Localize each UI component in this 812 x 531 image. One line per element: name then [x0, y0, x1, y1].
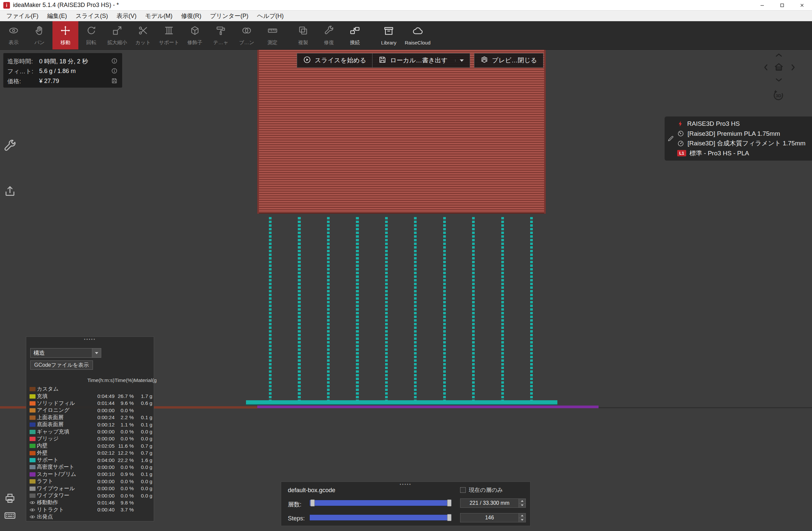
current-layer-only-checkbox[interactable] [460, 487, 466, 493]
stat-label: フィ…ト: [7, 68, 39, 75]
edit-pencil-icon[interactable] [667, 135, 674, 143]
printer-row[interactable]: RAISE3D Pro3 HS [677, 119, 809, 128]
legend-material: 0.1 g [134, 471, 153, 477]
steps-slider-handle[interactable] [447, 514, 451, 521]
legend-material: 1.7 g [134, 393, 153, 399]
steps-slider[interactable] [309, 514, 452, 521]
tool-view[interactable]: 表示 [1, 21, 27, 49]
tool-rotate[interactable]: 回転 [78, 21, 104, 49]
menu-view[interactable]: 表示(V) [112, 11, 141, 21]
layers-spinner[interactable] [519, 499, 525, 507]
template-row[interactable]: L1 標準 - Pro3 HS - PLA [677, 149, 809, 158]
tool-library[interactable]: Library [376, 21, 402, 49]
legend-row: ワイプウォール 0:00:00 0.0 % 0.0 g [26, 485, 154, 492]
spinner-up-icon[interactable] [519, 499, 525, 503]
legend-row: サポート 0:04:00 22.2 % 1.6 g [26, 457, 154, 463]
tool-move[interactable]: 移動 [53, 21, 78, 49]
rotate-3d-icon[interactable]: 3D [772, 89, 785, 104]
legend-color-swatch [30, 458, 35, 462]
export-model-icon[interactable] [4, 185, 16, 199]
layers-slider-handle-max[interactable] [447, 500, 451, 506]
chevron-down-icon[interactable] [774, 76, 783, 86]
tool-boolean[interactable]: ブ…ン [234, 21, 260, 49]
printer-settings-panel[interactable]: RAISE3D Pro3 HS [Raise3D] Premium PLA 1.… [665, 117, 812, 161]
chevron-right-icon[interactable] [789, 63, 797, 73]
menu-file[interactable]: ファイル(F) [2, 11, 43, 21]
printer-flash-icon [677, 120, 684, 127]
view-mode-dropdown[interactable]: 構造 [30, 348, 101, 358]
current-layer-only-option[interactable]: 現在の層のみ [460, 486, 503, 494]
keyboard-icon[interactable] [4, 509, 16, 523]
right-filament-row[interactable]: [Raise3D] 合成木質フィラメント 1.75mm [677, 139, 809, 148]
layers-value-box[interactable]: 221 / 33.300 mm [460, 499, 526, 508]
legend-percent: 9.8 % [115, 500, 134, 506]
legend-label: 高密度サポート [37, 463, 85, 471]
legend-time: 0:00:00 [85, 436, 115, 442]
legend-time: 0:04:49 [85, 393, 115, 399]
tool-connect[interactable]: 接続 [342, 21, 368, 49]
maximize-button[interactable] [772, 0, 792, 10]
tool-modifier[interactable]: 修飾子 [182, 21, 208, 49]
window-title: ideaMaker 5.1.4 (RAISE3D Pro3 HS) - * [13, 2, 119, 9]
spinner-up-icon[interactable] [519, 513, 525, 518]
menu-printer[interactable]: プリンター(P) [206, 11, 253, 21]
save-icon [378, 56, 387, 65]
legend-color-swatch [30, 472, 35, 476]
visibility-eye-icon[interactable] [30, 500, 35, 505]
tool-duplicate[interactable]: 複製 [290, 21, 316, 49]
visibility-eye-icon[interactable] [30, 515, 35, 519]
spinner-down-icon[interactable] [519, 518, 525, 522]
home-icon[interactable] [773, 62, 784, 74]
legend-material: 0.6 g [134, 400, 153, 406]
tool-support[interactable]: サポート [156, 21, 182, 49]
printer-queue-icon[interactable] [4, 492, 16, 506]
chevron-up-icon[interactable] [774, 51, 783, 61]
legend-label: カスタム [37, 386, 85, 393]
visibility-eye-icon[interactable] [30, 508, 35, 512]
panel-drag-handle[interactable]: ••••• [26, 337, 154, 342]
layer-slider-panel: ••••• default-box.gcode 現在の層のみ 層数: 221 /… [281, 482, 531, 526]
menu-edit[interactable]: 編集(E) [43, 11, 71, 21]
layers-slider-handle-min[interactable] [310, 500, 315, 506]
start-slice-button[interactable]: スライスを始める [297, 53, 373, 68]
show-gcode-button[interactable]: GCodeファイルを表示 [30, 360, 93, 370]
info-icon[interactable] [111, 58, 117, 66]
tool-repair[interactable]: 修復 [316, 21, 342, 49]
legend-color-swatch [30, 479, 35, 484]
legend-time: 0:01:46 [85, 500, 115, 506]
tool-pan[interactable]: パン [27, 21, 53, 49]
legend-row: 上面表面層 0:00:24 2.2 % 0.1 g [26, 414, 154, 421]
minimize-icon [759, 3, 765, 8]
steps-spinner[interactable] [519, 513, 525, 522]
menu-repair[interactable]: 修復(R) [177, 11, 206, 21]
stat-row-price: 価格: ¥ 27.79 [7, 77, 118, 86]
menu-model[interactable]: モデル(M) [141, 11, 177, 21]
tool-measure[interactable]: 測定 [260, 21, 286, 49]
tool-scale[interactable]: 拡大縮小 [104, 21, 130, 49]
info-icon[interactable] [111, 68, 117, 76]
layers-range-slider[interactable] [309, 500, 452, 506]
spinner-down-icon[interactable] [519, 503, 525, 508]
chevron-down-icon[interactable] [455, 59, 464, 62]
save-icon[interactable] [111, 78, 117, 86]
menu-help[interactable]: ヘルプ(H) [252, 11, 288, 21]
tool-cut[interactable]: カット [130, 21, 156, 49]
close-button[interactable] [792, 0, 812, 10]
export-local-button[interactable]: ローカル…書き出す [372, 53, 470, 68]
legend-rows: カスタム 充填 0:04:49 26.7 % 1.7 g [26, 386, 154, 520]
minimize-button[interactable] [752, 0, 772, 10]
legend-header: Time(h:m:s) Time(%) Material(g [26, 377, 154, 383]
chevron-left-icon[interactable] [762, 63, 770, 73]
left-filament-row[interactable]: [Raise3D] Premium PLA 1.75mm [677, 130, 809, 138]
settings-wrench-icon[interactable] [3, 139, 17, 154]
legend-percent: 0.0 % [115, 464, 134, 470]
legend-time: 0:02:12 [85, 450, 115, 456]
chevron-down-icon[interactable] [92, 349, 101, 357]
tool-raisecloud[interactable]: RaiseCloud [402, 21, 434, 49]
tool-texture[interactable]: テ…ャ [208, 21, 234, 49]
steps-value-box[interactable]: 146 [460, 513, 526, 522]
legend-time: 0:00:00 [85, 486, 115, 491]
menu-slice[interactable]: スライス(S) [71, 11, 113, 21]
close-preview-button[interactable]: プレビ…閉じる [474, 53, 543, 68]
close-icon [799, 3, 805, 8]
